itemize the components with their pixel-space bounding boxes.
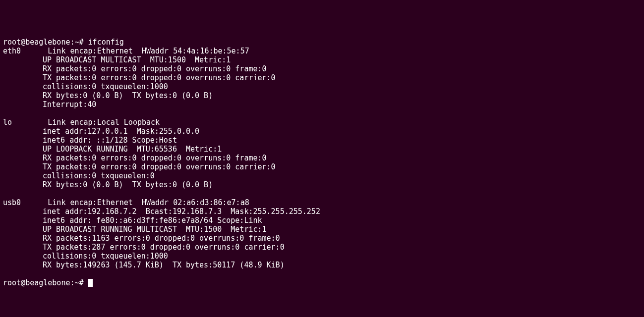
iface-lo-name: lo Link encap:Local Loopback [3, 118, 160, 127]
usb0-line7: collisions:0 txqueuelen:1000 [3, 252, 168, 261]
iface-name-text: eth0 [3, 47, 21, 55]
lo-line1: Link encap:Local Loopback [48, 118, 160, 127]
eth0-line3: RX packets:0 errors:0 dropped:0 overruns… [3, 64, 267, 73]
eth0-line6: RX bytes:0 (0.0 B) TX bytes:0 (0.0 B) [3, 91, 213, 100]
eth0-line4: TX packets:0 errors:0 dropped:0 overruns… [3, 73, 276, 82]
terminal-window[interactable]: root@beaglebone:~# ifconfig eth0 Link en… [3, 38, 641, 287]
iface-usb0-name: usb0 Link encap:Ethernet HWaddr 02:a6:d3… [3, 198, 249, 207]
lo-line4: UP LOOPBACK RUNNING MTU:65536 Metric:1 [3, 145, 222, 154]
eth0-line1: Link encap:Ethernet HWaddr 54:4a:16:be:5… [48, 47, 249, 55]
usb0-line6: TX packets:287 errors:0 dropped:0 overru… [3, 243, 285, 252]
usb0-line2: inet addr:192.168.7.2 Bcast:192.168.7.3 … [3, 207, 320, 216]
prompt-user-host: root@beaglebone [3, 38, 70, 47]
lo-line8: RX bytes:0 (0.0 B) TX bytes:0 (0.0 B) [3, 180, 213, 189]
lo-line2: inet addr:127.0.0.1 Mask:255.0.0.0 [3, 127, 199, 136]
usb0-line1: Link encap:Ethernet HWaddr 02:a6:d3:86:e… [48, 198, 249, 207]
prompt-line-2[interactable]: root@beaglebone:~# [3, 278, 93, 287]
command-text: ifconfig [88, 38, 124, 47]
lo-line7: collisions:0 txqueuelen:0 [3, 171, 155, 180]
eth0-line5: collisions:0 txqueuelen:1000 [3, 82, 168, 91]
iface-name-text: lo [3, 118, 12, 127]
usb0-line8: RX bytes:149263 (145.7 KiB) TX bytes:501… [3, 261, 285, 269]
iface-eth0-name: eth0 Link encap:Ethernet HWaddr 54:4a:16… [3, 47, 249, 55]
eth0-line7: Interrupt:40 [3, 100, 96, 109]
iface-name-text: usb0 [3, 198, 21, 207]
usb0-line4: UP BROADCAST RUNNING MULTICAST MTU:1500 … [3, 225, 267, 234]
eth0-line2: UP BROADCAST MULTICAST MTU:1500 Metric:1 [3, 55, 231, 64]
usb0-line5: RX packets:1163 errors:0 dropped:0 overr… [3, 234, 280, 243]
usb0-line3: inet6 addr: fe80::a6:d3ff:fe86:e7a8/64 S… [3, 216, 262, 225]
cursor-icon [88, 279, 93, 287]
prompt-path: :~# [70, 278, 88, 287]
prompt-line-1: root@beaglebone:~# ifconfig [3, 38, 124, 47]
prompt-user-host: root@beaglebone [3, 278, 70, 287]
prompt-path: :~# [70, 38, 88, 47]
lo-line3: inet6 addr: ::1/128 Scope:Host [3, 136, 177, 145]
lo-line5: RX packets:0 errors:0 dropped:0 overruns… [3, 154, 267, 162]
lo-line6: TX packets:0 errors:0 dropped:0 overruns… [3, 162, 276, 171]
